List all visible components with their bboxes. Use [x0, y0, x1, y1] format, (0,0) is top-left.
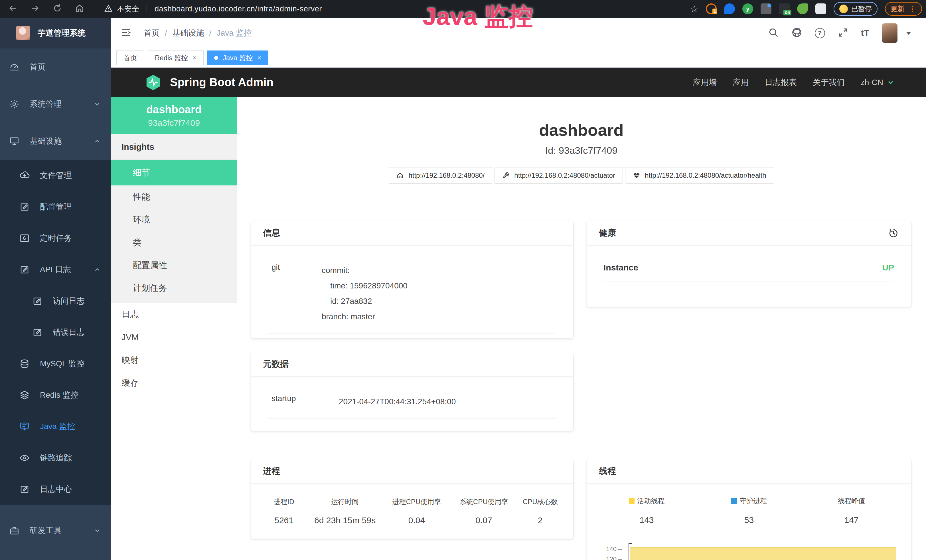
hamburger-icon[interactable] [120, 27, 132, 39]
browser-menu-icon[interactable]: ⋮ [909, 5, 916, 14]
history-icon[interactable] [888, 227, 899, 239]
monitor-icon [9, 136, 20, 146]
screenshot-root: 不安全 dashboard.yudao.iocoder.cn/infra/adm… [0, 0, 926, 560]
header-actions: ? tT [768, 23, 911, 43]
user-menu-caret-icon[interactable] [906, 32, 911, 35]
log-edit-icon [20, 265, 30, 275]
back-icon[interactable] [8, 3, 18, 14]
app-logo[interactable]: 芋道管理系统 [0, 18, 111, 48]
extension-leaf-icon[interactable] [797, 3, 808, 14]
tab-java-monitor[interactable]: Java 监控 × [207, 50, 268, 65]
ytick-140: 140 [604, 545, 622, 553]
instance-id-subtitle: Id: 93a3fc7f7409 [237, 145, 926, 156]
extension-on-badge: on [784, 10, 791, 15]
extension-colorzilla-icon[interactable]: 1 [706, 3, 717, 14]
sba-item-mappings[interactable]: 映射 [111, 349, 237, 371]
tab-home[interactable]: 首页 [117, 50, 144, 65]
sba-nav-journal[interactable]: 日志报表 [765, 77, 797, 88]
sba-nav-wallboard[interactable]: 应用墙 [693, 77, 717, 88]
sidebar-item-log-center[interactable]: 日志中心 [0, 474, 111, 505]
tab-redis-monitor[interactable]: Redis 监控 × [148, 50, 204, 65]
log-edit-icon [20, 484, 30, 494]
sba-item-classes[interactable]: 类 [111, 231, 237, 254]
sidebar-item-java-monitor[interactable]: Java 监控 [0, 411, 111, 442]
legend-peak-threads: 线程峰值 [800, 496, 903, 506]
sidebar-item-infra[interactable]: 基础设施 [0, 123, 111, 160]
sba-instance-header[interactable]: dashboard 93a3fc7f7409 [111, 97, 237, 134]
text-size-icon[interactable]: tT [861, 28, 870, 38]
sba-item-jvm[interactable]: JVM [111, 326, 237, 349]
sba-navbar: Spring Boot Admin 应用墙 应用 日志报表 关于我们 zh-CN [111, 68, 926, 97]
sba-item-environment[interactable]: 环境 [111, 208, 237, 231]
metadata-value: 2021-04-27T00:44:31.254+08:00 [339, 394, 556, 409]
sba-language-select[interactable]: zh-CN [861, 78, 895, 87]
sba-instance-id: 93a3fc7f7409 [148, 118, 200, 128]
info-value: commit: time: 1596289704000 id: 27aa832 … [322, 263, 556, 324]
breadcrumb-home[interactable]: 首页 [144, 28, 160, 38]
sba-nav-about[interactable]: 关于我们 [813, 77, 845, 88]
update-button[interactable]: 更新 ⋮ [885, 2, 922, 16]
sba-item-details[interactable]: 细节 [111, 160, 237, 185]
sba-content: dashboard Id: 93a3fc7f7409 http://192.16… [237, 97, 926, 560]
breadcrumb: 首页 / 基础设施 / Java 监控 [144, 28, 252, 38]
info-card-body: git commit: time: 1596289704000 id: 27aa… [251, 246, 573, 333]
forward-icon[interactable] [30, 3, 40, 14]
sidebar-item-tracing[interactable]: 链路追踪 [0, 442, 111, 474]
chevron-down-icon [94, 100, 101, 108]
url-text[interactable]: dashboard.yudao.iocoder.cn/infra/admin-s… [154, 5, 322, 14]
sba-nav-applications[interactable]: 应用 [733, 77, 749, 88]
instance-title: dashboard [237, 120, 926, 139]
sba-item-logs[interactable]: 日志 [111, 303, 237, 326]
admin-sidebar: 芋道管理系统 首页 系统管理 基础设施 文件管理 配置管理 [0, 18, 111, 560]
close-icon[interactable]: × [192, 54, 197, 62]
help-icon[interactable]: ? [815, 28, 825, 38]
reload-icon[interactable] [53, 3, 62, 14]
sidebar-item-system[interactable]: 系统管理 [0, 86, 111, 123]
sidebar-item-jobs[interactable]: 定时任务 [0, 222, 111, 254]
extension-grid-icon[interactable] [761, 3, 772, 14]
legend-daemon-threads: 守护进程 [698, 496, 800, 506]
health-card: 健康 Instance UP [587, 221, 911, 307]
sidebar-item-files[interactable]: 文件管理 [0, 160, 111, 191]
extension-pin-icon[interactable] [724, 3, 735, 14]
process-col-sys-cpu: 系统CPU使用率 [452, 497, 516, 506]
sba-sidebar: dashboard 93a3fc7f7409 Insights 细节 性能 环境… [111, 97, 237, 560]
process-val-sys-cpu: 0.07 [452, 516, 516, 525]
close-icon[interactable]: × [257, 54, 261, 62]
instance-links: http://192.168.0.2:48080/ http://192.168… [237, 167, 926, 184]
service-url-button[interactable]: http://192.168.0.2:48080/ [389, 167, 492, 184]
metadata-card: 元数据 startup 2021-04-27T00:44:31.254+08:0… [251, 352, 573, 431]
sba-logo[interactable]: Spring Boot Admin [144, 74, 274, 91]
sba-item-caches[interactable]: 缓存 [111, 371, 237, 394]
sba-item-scheduled-tasks[interactable]: 计划任务 [111, 277, 237, 300]
fullscreen-icon[interactable] [838, 27, 849, 39]
sba-hexagon-pulse-icon [144, 74, 162, 91]
sidebar-item-api-log[interactable]: API 日志 [0, 254, 111, 285]
extension-switch-icon[interactable]: on [779, 3, 790, 14]
extensions-puzzle-icon[interactable] [816, 3, 826, 14]
sidebar-item-config[interactable]: 配置管理 [0, 191, 111, 222]
profile-paused-pill[interactable]: 已暂停 [834, 2, 878, 16]
search-icon[interactable] [768, 27, 779, 39]
sidebar-item-access-log[interactable]: 访问日志 [0, 285, 111, 317]
sidebar-item-error-log[interactable]: 错误日志 [0, 317, 111, 348]
breadcrumb-infra[interactable]: 基础设施 [172, 28, 204, 38]
actuator-url-button[interactable]: http://192.168.0.2:48080/actuator [495, 167, 623, 184]
chevron-down-icon [887, 79, 895, 86]
breadcrumb-separator: / [209, 29, 212, 38]
sba-item-metrics[interactable]: 性能 [111, 185, 237, 208]
address-bar[interactable]: 不安全 dashboard.yudao.iocoder.cn/infra/adm… [104, 4, 322, 14]
sidebar-item-dev-tools[interactable]: 研发工具 [0, 512, 111, 549]
home-icon[interactable] [75, 3, 85, 14]
wrench-icon [502, 172, 510, 179]
bookmark-star-icon[interactable]: ☆ [690, 3, 698, 14]
github-icon[interactable] [791, 27, 802, 39]
sba-item-config-props[interactable]: 配置属性 [111, 254, 237, 277]
sidebar-item-redis[interactable]: Redis 监控 [0, 380, 111, 411]
sidebar-item-home[interactable]: 首页 [0, 48, 111, 86]
extension-y-icon[interactable]: y [742, 3, 753, 14]
app-title: 芋道管理系统 [38, 28, 86, 38]
sidebar-item-mysql[interactable]: MySQL 监控 [0, 348, 111, 380]
user-avatar[interactable] [882, 23, 897, 43]
health-url-button[interactable]: http://192.168.0.2:48080/actuator/health [625, 167, 774, 184]
